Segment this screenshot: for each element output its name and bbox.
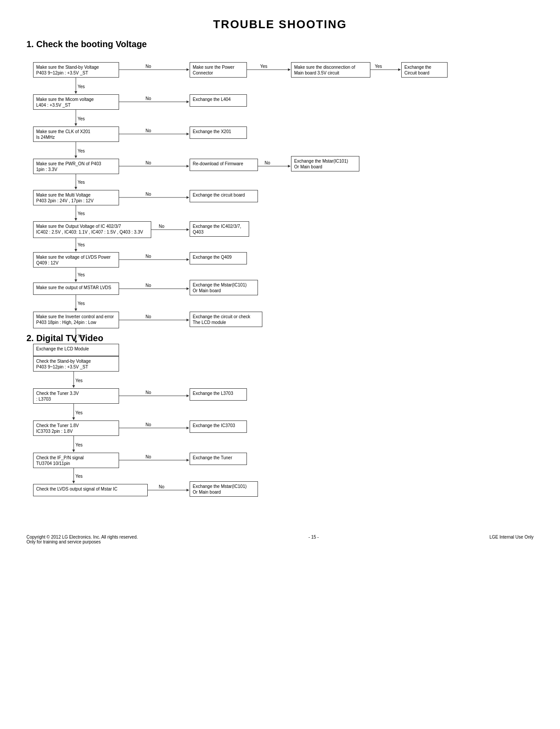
box-c8: Check the LVDS output signal of Mstar IC: [33, 484, 148, 496]
box-b3: Make sure the disconnection ofMain board…: [291, 62, 370, 78]
svg-text:Yes: Yes: [75, 474, 82, 479]
svg-text:Yes: Yes: [78, 149, 85, 153]
box-b19: Exchange the Mstar(IC101)Or Main board: [190, 280, 258, 295]
svg-text:Yes: Yes: [78, 84, 85, 89]
section2-flow: Yes No Yes No Yes No Yes No Check the St…: [26, 350, 534, 508]
box-b5: Make sure the Micom voltageL404 : +3.5V …: [33, 94, 119, 110]
svg-text:No: No: [146, 64, 151, 69]
box-b4: Exchange theCircuit board: [401, 62, 448, 78]
svg-text:No: No: [146, 192, 151, 197]
box-b6: Exchange the L404: [190, 94, 247, 107]
svg-text:Yes: Yes: [75, 410, 82, 415]
box-b14: Make sure the Output Voltage of IC 402/3…: [33, 221, 151, 238]
box-b12: Make sure the Multi VoltageP403 2pin : 2…: [33, 190, 119, 205]
svg-text:No: No: [265, 160, 270, 165]
box-c5: Exchange the IC3703: [190, 420, 247, 433]
svg-text:Yes: Yes: [260, 64, 267, 69]
svg-text:No: No: [146, 454, 151, 459]
box-c7: Exchange the Tuner: [190, 453, 247, 465]
box-c1: Check the Stand-by VoltageP403 9~12pin :…: [33, 356, 119, 372]
svg-text:No: No: [146, 283, 151, 288]
svg-text:Yes: Yes: [78, 272, 85, 277]
section-1: 1. Check the booting Voltage No Yes Yes …: [26, 39, 534, 311]
box-c2: Check the Tuner 3.3V: L3703: [33, 388, 119, 404]
box-b9: Make sure the PWR_ON of P4031pin : 3.3V: [33, 159, 119, 174]
svg-text:Yes: Yes: [78, 301, 85, 306]
svg-text:Yes: Yes: [78, 211, 85, 216]
svg-text:Yes: Yes: [78, 242, 85, 247]
box-b13: Exchange the circuit board: [190, 190, 258, 202]
svg-text:Yes: Yes: [375, 64, 382, 69]
section1-flow: No Yes Yes Yes No Yes No Yes No: [26, 56, 534, 311]
footer-right: LGE Internal Use Only: [489, 535, 534, 544]
box-b7: Make sure the CLK of X201Is 24MHz: [33, 126, 119, 142]
box-c9: Exchange the Mstar(IC101)Or Main board: [190, 481, 258, 497]
box-b21: Exchange the circuit or checkThe LCD mod…: [190, 312, 262, 327]
svg-text:No: No: [146, 254, 151, 259]
footer-left-line1: Copyright © 2012 LG Electronics. Inc. Al…: [26, 535, 138, 539]
svg-text:No: No: [159, 484, 164, 489]
box-b15: Exchange the IC402/3/7,Q403: [190, 221, 249, 237]
svg-text:No: No: [146, 390, 151, 395]
box-b10: Re-download of Firmware: [190, 159, 258, 171]
svg-text:No: No: [146, 314, 151, 319]
box-b20: Make sure the Inverter control and error…: [33, 312, 119, 328]
svg-text:No: No: [146, 422, 151, 427]
footer-left-line2: Only for training and service purposes: [26, 539, 138, 544]
box-c6: Check the IF_P/N signalTU3704 10/11pin: [33, 453, 119, 468]
box-b11: Exchange the Mstar(IC101)Or Main board: [291, 156, 359, 171]
footer-left: Copyright © 2012 LG Electronics. Inc. Al…: [26, 535, 138, 544]
box-b8: Exchange the X201: [190, 126, 247, 139]
svg-text:Yes: Yes: [75, 378, 82, 383]
page-title: TROUBLE SHOOTING: [26, 18, 534, 31]
box-b1: Make sure the Stand-by VoltageP403 9~12p…: [33, 62, 119, 78]
svg-text:No: No: [146, 96, 151, 101]
box-c4: Check the Tuner 1.8VIC3703 2pin : 1.8V: [33, 420, 119, 436]
section1-heading: 1. Check the booting Voltage: [26, 39, 534, 49]
svg-text:Yes: Yes: [78, 180, 85, 185]
footer: Copyright © 2012 LG Electronics. Inc. Al…: [26, 535, 534, 544]
box-b2: Make sure the PowerConnector: [190, 62, 247, 78]
svg-text:Yes: Yes: [78, 116, 85, 121]
svg-text:No: No: [146, 128, 151, 133]
svg-text:Yes: Yes: [75, 443, 82, 447]
section2-heading: 2. Digital TV Video: [26, 333, 534, 343]
svg-text:No: No: [159, 224, 164, 229]
box-c3: Exchange the L3703: [190, 388, 247, 401]
svg-text:No: No: [146, 160, 151, 165]
box-b17: Exchange the Q409: [190, 252, 247, 264]
footer-center: - 15 -: [309, 535, 319, 544]
section-2: 2. Digital TV Video Yes No Yes No Yes: [26, 333, 534, 508]
box-b18: Make sure the output of MSTAR LVDS: [33, 283, 119, 295]
box-b16: Make sure the voltage of LVDS PowerQ409 …: [33, 252, 119, 268]
